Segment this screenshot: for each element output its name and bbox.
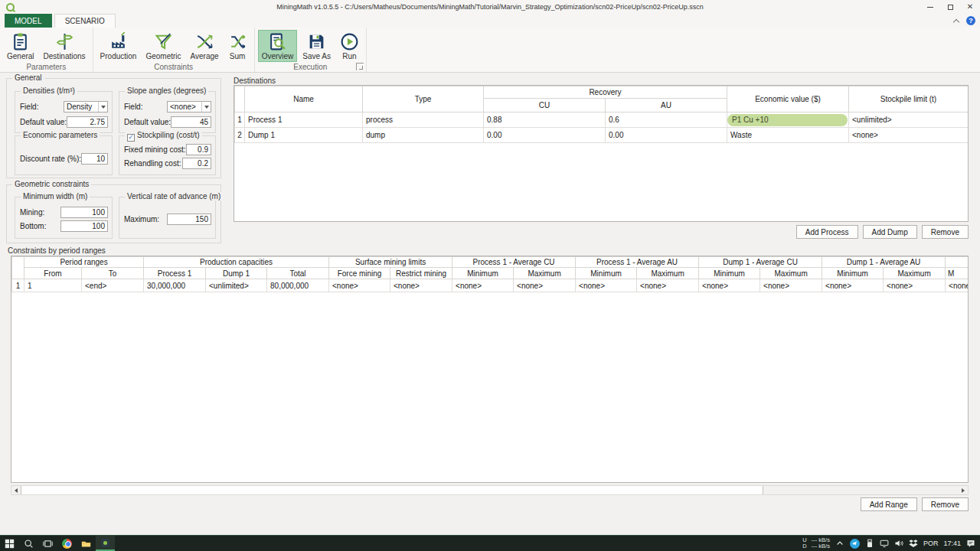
action-center-button[interactable] [966,539,975,548]
cell-min[interactable]: <none> [822,279,884,292]
column-header-from[interactable]: From [24,268,82,279]
network-speed-indicator[interactable]: U--- kB/s D--- kB/s [802,537,830,549]
column-header-to[interactable]: To [82,268,144,279]
save-as-button[interactable]: Save As [299,30,335,62]
display-tray-icon[interactable] [880,539,889,548]
production-button[interactable]: Production [96,30,141,62]
collapse-ribbon-icon[interactable] [953,18,960,24]
column-header-maximum[interactable]: Maximum [760,268,822,279]
cell-au[interactable]: 0.00 [606,128,727,143]
cell-au[interactable]: 0.6 [606,112,727,128]
add-process-button[interactable]: Add Process [796,225,858,239]
horizontal-scrollbar[interactable] [11,485,969,495]
fixed-mining-cost-input[interactable]: 0.9 [186,144,211,155]
cell-economic-value[interactable]: P1 Cu +10 [727,112,849,128]
minimize-button[interactable] [920,0,940,14]
scroll-left-icon[interactable] [11,486,21,494]
column-header-minimum[interactable]: Minimum [452,268,514,279]
cell-name[interactable]: Process 1 [245,112,363,128]
cell-restrict-mining[interactable]: <none> [390,279,452,292]
column-header-total[interactable]: Total [267,268,329,279]
column-header-economic-value[interactable]: Economic value ($) [727,86,849,112]
column-header-stockpile-limit[interactable]: Stockpile limit (t) [849,86,969,112]
cell-min[interactable]: <none> [699,279,760,292]
average-button[interactable]: Average [187,30,223,62]
general-button[interactable]: General [3,30,38,62]
remove-range-button[interactable]: Remove [922,497,969,511]
cell-min[interactable]: <none> [452,279,514,292]
group-header-process1-avg-cu[interactable]: Process 1 - Average CU [452,257,576,268]
cell-max[interactable]: <none> [514,279,576,292]
column-header-restrict-mining[interactable]: Restrict mining [390,268,452,279]
miningmath-taskbar-button[interactable] [96,536,115,551]
cell-max[interactable]: <none> [760,279,822,292]
column-header-au[interactable]: AU [606,99,727,112]
column-header-minimum[interactable]: Minimum [822,268,884,279]
cell-max[interactable]: <none> [637,279,699,292]
chrome-button[interactable] [57,536,77,551]
cell-name[interactable]: Dump 1 [245,128,363,143]
cell-type[interactable]: dump [363,128,484,143]
cell-stockpile-limit[interactable]: <none> [849,128,969,143]
stockpiling-checkbox[interactable] [127,134,135,142]
group-header-production-capacities[interactable]: Production capacities [144,257,329,268]
group-header-surface-mining-limits[interactable]: Surface mining limits [329,257,452,268]
group-header-dump1-avg-au[interactable]: Dump 1 - Average AU [822,257,946,268]
cell-total-capacity[interactable]: 80,000,000 [267,279,329,292]
slope-field-select[interactable]: <none> [167,101,211,112]
cell-to[interactable]: <end> [82,279,144,292]
run-button[interactable]: Run [336,30,363,62]
column-header-recovery[interactable]: Recovery [484,86,727,99]
column-header-type[interactable]: Type [363,86,484,112]
overview-button[interactable]: Overview [258,30,298,62]
cell-dump1-capacity[interactable]: <unlimited> [206,279,267,292]
tray-expand-button[interactable] [835,539,844,548]
cell-economic-value[interactable]: Waste [727,128,849,143]
column-header-minimum[interactable]: Minimum [699,268,760,279]
discount-rate-input[interactable]: 10 [81,153,108,165]
cell-partial[interactable]: <none> [946,279,969,292]
restore-button[interactable] [940,0,960,14]
tab-scenario[interactable]: SCENARIO [54,14,116,28]
cell-min[interactable]: <none> [576,279,637,292]
scrollbar-thumb[interactable] [21,486,763,494]
clock[interactable]: 17:41 [943,540,961,547]
start-button[interactable] [0,536,19,551]
telegram-tray-icon[interactable] [850,539,860,549]
vertical-rate-max-input[interactable]: 150 [167,214,211,225]
file-explorer-button[interactable] [77,536,96,551]
slope-default-input[interactable]: 45 [171,116,211,128]
cell-max[interactable]: <none> [884,279,946,292]
task-view-button[interactable] [38,536,57,551]
add-range-button[interactable]: Add Range [861,497,917,511]
sum-button[interactable]: Sum [224,30,251,62]
tab-model[interactable]: MODEL [5,14,52,28]
group-header-dump1-avg-cu[interactable]: Dump 1 - Average CU [699,257,822,268]
search-button[interactable] [19,536,38,551]
column-header-maximum[interactable]: Maximum [884,268,946,279]
dropbox-tray-icon[interactable] [909,539,918,548]
densities-default-input[interactable]: 2.75 [67,116,108,128]
add-dump-button[interactable]: Add Dump [863,225,917,239]
remove-destination-button[interactable]: Remove [922,225,969,239]
column-header-partial[interactable]: M [946,268,969,279]
group-header-process1-avg-au[interactable]: Process 1 - Average AU [576,257,699,268]
cell-cu[interactable]: 0.00 [484,128,606,143]
cell-stockpile-limit[interactable]: <unlimited> [849,112,969,128]
destinations-button[interactable]: Destinations [40,30,90,62]
cell-process1-capacity[interactable]: 30,000,000 [144,279,206,292]
rehandling-cost-input[interactable]: 0.2 [182,158,211,169]
language-indicator[interactable]: POR [923,540,939,547]
dialog-launcher-icon[interactable] [356,63,364,70]
column-header-process1[interactable]: Process 1 [144,268,206,279]
scroll-right-icon[interactable] [959,486,968,494]
volume-tray-icon[interactable] [894,539,903,548]
usb-tray-icon[interactable] [865,539,874,548]
cell-cu[interactable]: 0.88 [484,112,606,128]
cell-force-mining[interactable]: <none> [329,279,390,292]
group-header-period-ranges[interactable]: Period ranges [24,257,144,268]
cell-from[interactable]: 1 [24,279,82,292]
mining-width-input[interactable]: 100 [60,207,108,218]
help-icon[interactable]: ? [966,16,975,25]
cell-type[interactable]: process [363,112,484,128]
